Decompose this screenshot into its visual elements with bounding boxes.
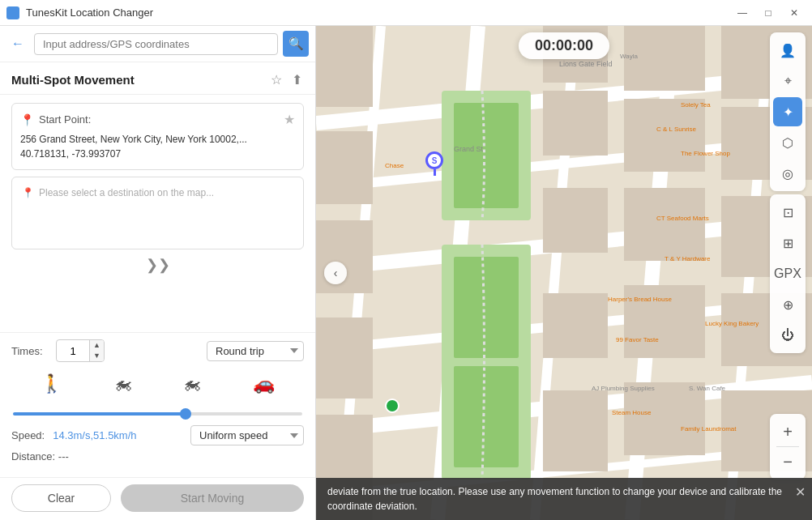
power-button[interactable]: ⏻ [773, 321, 802, 350]
expand-button[interactable]: ❯❯ [146, 258, 170, 272]
pin-icon: 📍 [20, 113, 34, 126]
start-point-address: 256 Grand Street, New York City, New Yor… [20, 132, 295, 161]
distance-label: Distance: [11, 450, 55, 462]
svg-rect-22 [543, 91, 608, 156]
start-pin: S [425, 151, 443, 176]
title-bar-controls: — □ ✕ [731, 4, 806, 22]
pin-green-circle [385, 399, 400, 413]
timer-value: 00:00:00 [535, 37, 593, 53]
map-area[interactable]: Lions Gate Field C & L Sunrise CT Seafoo… [316, 26, 812, 520]
search-button[interactable]: 🔍 [283, 31, 309, 57]
svg-rect-27 [624, 188, 705, 261]
power-icon: ⏻ [781, 328, 794, 343]
speed-slider[interactable] [13, 412, 302, 416]
speed-label: Speed: [11, 429, 45, 441]
teleport-button[interactable]: ⌖ [773, 66, 802, 96]
times-input[interactable] [57, 343, 89, 360]
svg-rect-34 [543, 390, 608, 471]
start-point-text: Start Point: [39, 113, 91, 126]
search-input[interactable] [34, 33, 278, 55]
left-panel: ← 🔍 Multi-Spot Movement ☆ ⬆ 📍 Start Poin… [0, 26, 316, 520]
title-bar: TunesKit Location Changer — □ ✕ [0, 0, 812, 26]
panel-content: 📍 Start Point: ★ 256 Grand Street, New Y… [0, 95, 315, 332]
history-button[interactable]: ⊞ [773, 228, 802, 258]
profile-button[interactable]: 👤 [773, 36, 802, 65]
destination-box[interactable]: 📍 Please select a destination on the map… [11, 177, 304, 249]
minimize-button[interactable]: — [731, 4, 754, 22]
svg-rect-17 [316, 26, 373, 107]
close-button[interactable]: ✕ [783, 4, 806, 22]
location-button[interactable]: ⊕ [773, 290, 802, 319]
zoom-group: + − [770, 414, 806, 480]
svg-text:The Flower Shop: The Flower Shop [681, 150, 730, 157]
destination-placeholder: 📍 Please select a destination on the map… [22, 187, 214, 198]
mode-toolbar-group: 👤 ⌖ ✦ ⬡ ◎ [770, 32, 806, 191]
start-point-label: 📍 Start Point: [20, 113, 91, 126]
joystick-button[interactable]: ⬡ [773, 128, 802, 157]
start-star-icon[interactable]: ★ [284, 112, 295, 127]
extra-toolbar-group: ⊡ ⊞ GPX ⊕ ⏻ [770, 194, 806, 353]
joystick-icon: ⬡ [782, 135, 793, 151]
start-point-box: 📍 Start Point: ★ 256 Grand Street, New Y… [11, 103, 304, 170]
car-icon[interactable]: 🚗 [246, 370, 281, 398]
times-row: Times: ▲ ▼ Round trip Loop trip One way [11, 339, 304, 362]
svg-rect-26 [543, 188, 608, 253]
walk-icon[interactable]: 🚶 [34, 370, 69, 398]
app-icon [6, 6, 19, 19]
panel-header: Multi-Spot Movement ☆ ⬆ [0, 62, 315, 95]
export-button[interactable]: ⬆ [290, 70, 304, 89]
svg-rect-15 [454, 257, 519, 358]
speed-icons-row: 🚶 🏍 🏍 🚗 [11, 370, 304, 398]
times-label: Times: [11, 345, 48, 357]
times-down-button[interactable]: ▼ [90, 351, 104, 361]
pin-tail [434, 169, 436, 176]
svg-rect-25 [316, 220, 373, 293]
clear-button[interactable]: Clear [11, 484, 111, 512]
svg-text:S. Wan Cafe: S. Wan Cafe [689, 385, 726, 392]
svg-text:99 Favor Taste: 99 Favor Taste [616, 336, 659, 343]
compass-button[interactable]: ◎ [773, 159, 802, 188]
times-input-group: ▲ ▼ [56, 339, 105, 362]
speed-row: Speed: 14.3m/s,51.5km/h Uniform speed Ra… [11, 425, 304, 445]
app-title: TunesKit Location Changer [26, 6, 153, 19]
trip-select[interactable]: Round trip Loop trip One way [207, 341, 304, 361]
multispot-icon: ✦ [783, 104, 793, 120]
back-button[interactable]: ← [6, 32, 29, 55]
start-moving-button[interactable]: Start Moving [121, 484, 304, 512]
svg-rect-29 [316, 318, 373, 399]
waypoint-pin [385, 399, 400, 413]
start-point-header: 📍 Start Point: ★ [20, 112, 295, 127]
svg-text:C & L Sunrise: C & L Sunrise [656, 126, 697, 133]
distance-row: Distance: --- [11, 450, 304, 462]
bottom-toolbar: + − [770, 414, 806, 480]
svg-rect-14 [454, 103, 519, 208]
layers-icon: ⊡ [783, 205, 793, 220]
search-icon: 🔍 [288, 36, 304, 51]
svg-rect-21 [316, 131, 373, 204]
compass-icon: ◎ [782, 166, 793, 181]
maximize-button[interactable]: □ [757, 4, 780, 22]
times-up-button[interactable]: ▲ [90, 340, 104, 351]
map-back-button[interactable]: ‹ [324, 262, 347, 284]
notification-bar: deviate from the true location. Please u… [316, 478, 812, 520]
zoom-in-button[interactable]: + [773, 417, 802, 446]
title-bar-left: TunesKit Location Changer [6, 6, 153, 19]
search-bar: ← 🔍 [0, 26, 315, 62]
times-arrows: ▲ ▼ [89, 340, 104, 361]
main-layout: ← 🔍 Multi-Spot Movement ☆ ⬆ 📍 Start Poin… [0, 26, 812, 520]
zoom-out-button[interactable]: − [773, 447, 802, 476]
motorbike-icon[interactable]: 🏍 [177, 370, 207, 398]
favorite-button[interactable]: ☆ [269, 70, 284, 89]
svg-text:Family Laundromat: Family Laundromat [681, 425, 737, 433]
bike-icon[interactable]: 🏍 [108, 370, 139, 398]
speed-mode-select[interactable]: Uniform speed Random speed [190, 425, 304, 445]
gpx-button[interactable]: GPX [773, 259, 802, 288]
svg-text:Harper's Bread House: Harper's Bread House [608, 296, 672, 303]
svg-text:Solely Tea: Solely Tea [681, 101, 711, 109]
multispot-button[interactable]: ✦ [773, 97, 802, 126]
distance-value: --- [58, 450, 69, 462]
notification-close-button[interactable]: ✕ [795, 484, 806, 500]
pin-circle-s: S [425, 151, 443, 169]
layers-button[interactable]: ⊡ [773, 198, 802, 227]
svg-text:Lucky King Bakery: Lucky King Bakery [705, 320, 759, 327]
